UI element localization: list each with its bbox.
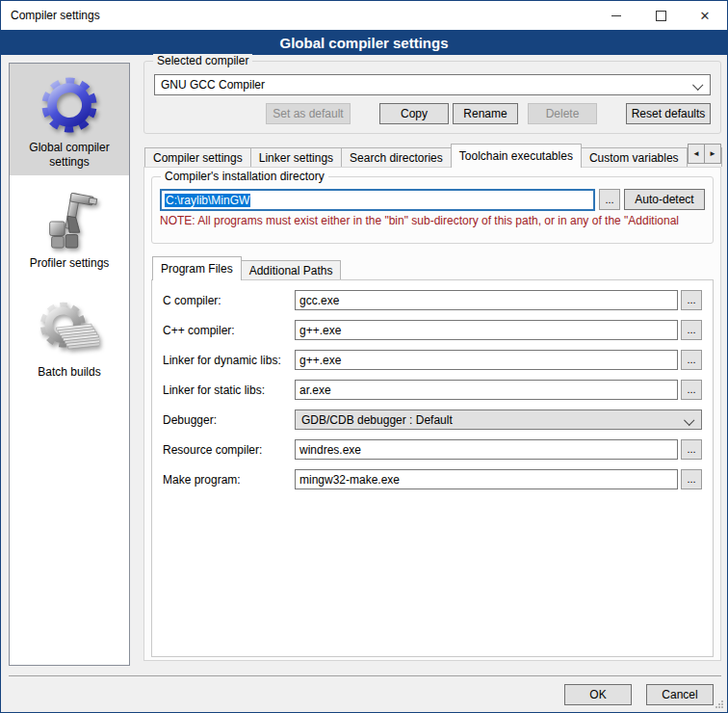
static-linker-value: ar.exe [299, 383, 331, 397]
form-row: Resource compiler: windres.exe ... [163, 439, 702, 460]
c-compiler-value: gcc.exe [299, 294, 339, 307]
field-label: C++ compiler: [163, 324, 292, 337]
field-label: Resource compiler: [163, 443, 292, 457]
chevron-down-icon [692, 80, 703, 91]
sidebar-item-profiler-settings[interactable]: Profiler settings [10, 179, 129, 277]
browse-button[interactable]: ... [681, 320, 702, 340]
page-title: Global compiler settings [279, 35, 448, 51]
debugger-select-value: GDB/CDB debugger : Default [301, 413, 453, 427]
program-files-tabstrip: Program Files Additional Paths [151, 256, 714, 279]
cpp-compiler-input[interactable]: g++.exe [295, 320, 678, 340]
window-title: Compiler settings [1, 9, 100, 22]
form-row: Make program: mingw32-make.exe ... [163, 469, 702, 489]
auto-detect-button[interactable]: Auto-detect [624, 189, 705, 210]
tab-toolchain-executables[interactable]: Toolchain executables [451, 144, 582, 168]
group-legend: Compiler's installation directory [161, 170, 328, 183]
footer-divider [9, 675, 721, 676]
c-compiler-input[interactable]: gcc.exe [295, 290, 678, 310]
make-program-value: mingw32-make.exe [299, 473, 400, 487]
cpp-compiler-value: g++.exe [299, 324, 341, 337]
maximize-button[interactable] [638, 1, 683, 30]
compiler-select[interactable]: GNU GCC Compiler [154, 74, 711, 95]
static-linker-input[interactable]: ar.exe [295, 380, 678, 400]
debugger-select[interactable]: GDB/CDB debugger : Default [295, 409, 702, 430]
resource-compiler-value: windres.exe [299, 443, 361, 457]
compiler-buttons-row: Set as default Copy Rename Delete Reset … [154, 103, 711, 124]
set-as-default-button[interactable]: Set as default [266, 103, 351, 124]
program-files-page: C compiler: gcc.exe ... C++ compiler: g+… [151, 279, 714, 657]
gear-blue-icon [39, 75, 99, 135]
delete-button[interactable]: Delete [528, 103, 597, 124]
copy-button[interactable]: Copy [379, 103, 449, 124]
minimize-button[interactable] [594, 1, 638, 30]
close-icon: ✕ [700, 10, 711, 22]
field-label: Make program: [163, 473, 292, 487]
sidebar-item-label: Global compiler settings [12, 141, 127, 170]
compiler-select-value: GNU GCC Compiler [161, 78, 265, 92]
arrow-left-icon: ◄ [692, 149, 700, 158]
settings-sidebar: Global compiler settings [9, 63, 130, 666]
browse-button[interactable]: ... [681, 439, 702, 460]
selected-compiler-group: Selected compiler GNU GCC Compiler Set a… [143, 61, 721, 134]
dynamic-linker-value: g++.exe [299, 354, 341, 367]
tab-additional-paths[interactable]: Additional Paths [241, 260, 342, 279]
tab-scroll-right-button[interactable]: ► [704, 144, 721, 164]
sidebar-item-batch-builds[interactable]: Batch builds [10, 288, 129, 385]
minimize-icon [611, 15, 621, 16]
tab-scroll-arrows: ◄ ► [689, 144, 721, 164]
tab-search-directories[interactable]: Search directories [341, 147, 452, 167]
titlebar: Compiler settings ✕ [1, 1, 727, 30]
tab-custom-variables[interactable]: Custom variables [581, 147, 688, 167]
window-controls: ✕ [594, 1, 727, 30]
sidebar-item-global-compiler-settings[interactable]: Global compiler settings [10, 64, 129, 175]
ok-button[interactable]: OK [564, 684, 632, 705]
compiler-settings-dialog: Compiler settings ✕ Global compiler sett… [0, 0, 728, 713]
form-row: Debugger: GDB/CDB debugger : Default [163, 409, 702, 430]
form-row: Linker for static libs: ar.exe ... [163, 380, 702, 400]
browse-button[interactable]: ... [681, 380, 702, 400]
browse-button[interactable]: ... [681, 350, 702, 370]
resize-grip[interactable] [715, 700, 724, 709]
caliper-icon [39, 191, 99, 251]
dialog-header: Global compiler settings [1, 30, 727, 55]
reset-defaults-button[interactable]: Reset defaults [626, 103, 711, 124]
sidebar-item-label: Batch builds [12, 365, 127, 380]
note-text: NOTE: All programs must exist either in … [160, 214, 705, 227]
installation-directory-group: Compiler's installation directory C:\ray… [151, 176, 714, 244]
maximize-icon [656, 11, 666, 21]
tab-compiler-settings[interactable]: Compiler settings [144, 147, 251, 167]
browse-button[interactable]: ... [681, 290, 702, 310]
form-row: Linker for dynamic libs: g++.exe ... [163, 350, 702, 370]
settings-tabstrip: Compiler settings Linker settings Search… [143, 143, 721, 167]
toolchain-executables-page: Compiler's installation directory C:\ray… [143, 167, 721, 661]
form-row: C++ compiler: g++.exe ... [163, 320, 702, 340]
gear-stack-icon [39, 300, 99, 359]
resource-compiler-input[interactable]: windres.exe [295, 439, 678, 460]
installation-directory-input[interactable]: C:\raylib\MinGW [160, 189, 595, 211]
main-panel: Selected compiler GNU GCC Compiler Set a… [143, 61, 721, 659]
close-button[interactable]: ✕ [683, 1, 727, 30]
chevron-down-icon [684, 415, 694, 426]
field-label: Linker for static libs: [163, 383, 292, 397]
field-label: Debugger: [163, 413, 292, 427]
tab-scroll-left-button[interactable]: ◄ [688, 144, 705, 164]
footer-buttons: OK Cancel [564, 684, 714, 705]
browse-directory-button[interactable]: ... [599, 189, 620, 210]
installation-directory-value: C:\raylib\MinGW [165, 194, 250, 207]
tab-program-files[interactable]: Program Files [152, 256, 242, 280]
browse-button[interactable]: ... [681, 469, 702, 489]
field-label: C compiler: [163, 294, 292, 307]
cancel-button[interactable]: Cancel [646, 684, 714, 705]
group-legend: Selected compiler [153, 54, 252, 67]
dynamic-linker-input[interactable]: g++.exe [295, 350, 678, 370]
form-row: C compiler: gcc.exe ... [163, 290, 702, 310]
arrow-right-icon: ► [709, 149, 716, 158]
field-label: Linker for dynamic libs: [163, 354, 292, 367]
rename-button[interactable]: Rename [453, 103, 518, 124]
sidebar-item-label: Profiler settings [12, 256, 127, 271]
tab-linker-settings[interactable]: Linker settings [250, 147, 342, 167]
make-program-input[interactable]: mingw32-make.exe [295, 469, 678, 489]
installation-directory-row: C:\raylib\MinGW ... Auto-detect [160, 189, 705, 211]
